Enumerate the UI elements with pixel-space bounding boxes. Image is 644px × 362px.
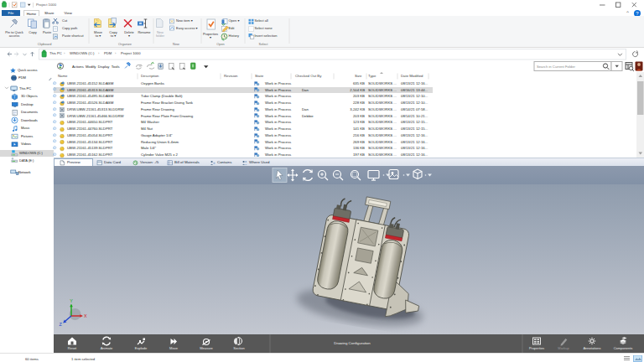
svg-text:Z: Z — [60, 322, 63, 327]
svg-text:X: X — [84, 313, 87, 318]
svg-text:Y: Y — [70, 298, 73, 303]
